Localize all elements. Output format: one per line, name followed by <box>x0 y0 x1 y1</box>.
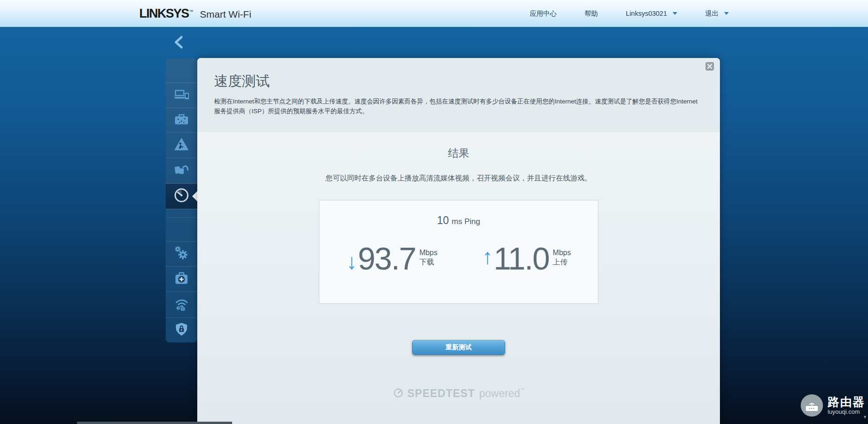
nav-router-name-label: Linksys03021 <box>626 10 667 17</box>
retest-button[interactable]: 重新测试 <box>412 340 505 355</box>
page-description: 检测在Internet和您主节点之间的下载及上传速度。速度会因许多因素而各异，包… <box>214 97 700 116</box>
sidebar-item-security[interactable] <box>166 317 197 342</box>
page-title: 速度测试 <box>214 72 700 91</box>
active-item-pointer <box>192 191 197 201</box>
upload-unit-mbps: Mbps <box>553 248 571 258</box>
nav-help[interactable]: 帮助 <box>584 9 598 18</box>
panel-header: 速度测试 检测在Internet和您主节点之间的下载及上传速度。速度会因许多因素… <box>197 58 720 132</box>
download-arrow-icon: ↓ <box>346 251 357 272</box>
router-icon <box>801 394 823 417</box>
upload-speed: ↑ 11.0 Mbps 上传 <box>482 243 571 274</box>
wifi-icon <box>174 297 189 313</box>
sidebar-spacer-top <box>166 58 197 83</box>
nav-help-label: 帮助 <box>584 9 598 18</box>
sidebar-divider <box>166 209 197 217</box>
medkit-icon <box>175 272 188 287</box>
sidebar-item-connectivity[interactable] <box>166 241 197 266</box>
nav-router-name[interactable]: Linksys03021 <box>626 10 677 17</box>
shield-lock-icon <box>175 322 188 338</box>
results-box: 10ms Ping ↓ 93.7 Mbps 下载 ↑ 11.0 Mbps 上 <box>319 200 598 304</box>
sidebar-item-parental-controls[interactable] <box>166 132 197 158</box>
briefcase-icon <box>174 113 189 128</box>
watermark-title: 路由器 <box>828 396 865 408</box>
chevron-down-icon <box>673 12 677 15</box>
results-heading: 结果 <box>448 146 469 161</box>
sidebar-item-network-map[interactable] <box>166 83 197 108</box>
download-label: 下载 <box>419 257 437 267</box>
chevron-down-icon <box>724 12 729 15</box>
speed-readouts: ↓ 93.7 Mbps 下载 ↑ 11.0 Mbps 上传 <box>346 243 571 274</box>
results-message: 您可以同时在多台设备上播放高清流媒体视频，召开视频会议，并且进行在线游戏。 <box>325 173 592 183</box>
download-unit: Mbps 下载 <box>419 248 437 268</box>
scrollbar-down-arrow-icon[interactable]: ▼ <box>863 415 867 419</box>
nav-app-center-label: 应用中心 <box>530 9 557 18</box>
ping-readout: 10ms Ping <box>437 214 480 227</box>
close-icon <box>707 63 712 70</box>
nav-app-center[interactable]: 应用中心 <box>530 9 557 18</box>
logo-primary: LINKSYS <box>139 6 189 21</box>
sidebar-item-guest-access[interactable] <box>166 108 197 132</box>
ping-value: 10 <box>437 214 449 226</box>
sidebar-item-media-prioritization[interactable] <box>166 158 197 183</box>
speedtest-brand: SPEEDTEST powered ™ <box>393 387 525 400</box>
gears-icon <box>174 246 189 263</box>
download-unit-mbps: Mbps <box>419 248 437 258</box>
speedtest-brand-tm: ™ <box>520 387 525 392</box>
linksys-logo: LINKSYS ™ Smart Wi-Fi <box>139 6 251 21</box>
speedometer-icon <box>174 187 189 205</box>
nav-logout-label: 退出 <box>705 9 719 18</box>
horizontal-scrollbar-thumb[interactable] <box>77 422 232 424</box>
speedtest-brand-name: SPEEDTEST <box>408 387 475 400</box>
watermark-text: 路由器 luyouqi.com <box>828 396 865 415</box>
sidebar-item-wireless[interactable] <box>166 291 197 317</box>
top-nav: 应用中心 帮助 Linksys03021 退出 <box>530 9 729 18</box>
sidebar-spacer-middle <box>166 217 197 241</box>
upload-unit: Mbps 上传 <box>553 248 571 268</box>
ping-unit: ms Ping <box>452 217 480 226</box>
panel-body: 结果 您可以同时在多台设备上播放高清流媒体视频，召开视频会议，并且进行在线游戏。… <box>197 132 720 400</box>
site-watermark: 路由器 luyouqi.com <box>801 394 865 417</box>
upload-label: 上传 <box>553 257 571 267</box>
devices-icon <box>174 89 189 103</box>
sidebar-item-troubleshooting[interactable] <box>166 266 197 291</box>
logo-trademark: ™ <box>189 9 194 14</box>
speedtest-logo-icon <box>393 388 403 400</box>
upload-arrow-icon: ↑ <box>482 246 493 267</box>
nav-logout[interactable]: 退出 <box>705 9 729 18</box>
download-speed: ↓ 93.7 Mbps 下载 <box>346 243 437 274</box>
media-priority-icon <box>174 163 189 178</box>
back-button[interactable] <box>173 35 185 51</box>
upload-value: 11.0 <box>494 243 549 274</box>
speed-test-panel: 速度测试 检测在Internet和您主节点之间的下载及上传速度。速度会因许多因素… <box>197 58 720 424</box>
warning-triangle-icon <box>174 138 189 153</box>
top-header: LINKSYS ™ Smart Wi-Fi 应用中心 帮助 Linksys030… <box>0 0 868 27</box>
sidebar <box>166 58 197 342</box>
watermark-domain: luyouqi.com <box>828 408 865 415</box>
chevron-left-icon <box>173 43 185 51</box>
speedtest-brand-powered: powered <box>479 387 520 400</box>
download-value: 93.7 <box>358 243 415 274</box>
close-button[interactable] <box>706 62 714 71</box>
sidebar-item-speed-test[interactable] <box>166 183 197 209</box>
logo-secondary: Smart Wi-Fi <box>200 9 252 20</box>
